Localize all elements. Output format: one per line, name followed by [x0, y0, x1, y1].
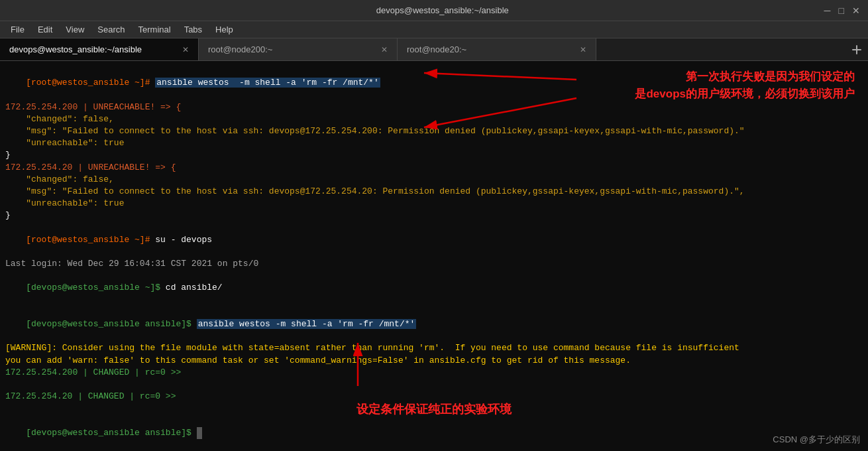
menu-help[interactable]: Help	[210, 23, 239, 36]
terminal-area[interactable]: [root@westos_ansible ~]# ansible westos …	[0, 61, 868, 451]
tab-close-2[interactable]: ✕	[381, 45, 388, 54]
maximize-button[interactable]: □	[839, 6, 844, 15]
prompt-root-1: [root@westos_ansible ~]#	[26, 78, 155, 88]
terminal-line-20: 172.25.254.20 | CHANGED | rc=0 >>	[5, 391, 863, 403]
tab-label-3: root@node20:~	[407, 44, 574, 54]
tab-bar: devops@westos_ansible:~/ansible ✕ root@n…	[0, 38, 868, 61]
terminal-line-6: }	[5, 149, 863, 161]
svg-rect-1	[852, 49, 861, 50]
menu-edit[interactable]: Edit	[32, 23, 58, 36]
terminal-line-7: 172.25.254.20 | UNREACHABLE! => {	[5, 162, 863, 174]
menu-terminal[interactable]: Terminal	[133, 23, 176, 36]
tab-label-1: devops@westos_ansible:~/ansible	[9, 44, 177, 54]
menu-bar: File Edit View Search Terminal Tabs Help	[0, 21, 868, 38]
minimize-button[interactable]: ─	[824, 6, 831, 15]
tab-root-node200[interactable]: root@node200:~ ✕	[199, 38, 398, 60]
terminal-line-17: you can add 'warn: false' to this comman…	[5, 355, 863, 367]
menu-file[interactable]: File	[5, 23, 30, 36]
menu-search[interactable]: Search	[92, 23, 130, 36]
tab-label-2: root@node200:~	[208, 44, 376, 54]
terminal-line-10: "unreachable": true	[5, 198, 863, 210]
terminal-line-8: "changed": false,	[5, 174, 863, 186]
terminal-line-3: "changed": false,	[5, 113, 863, 125]
terminal-line-9: "msg": "Failed to connect to the host vi…	[5, 186, 863, 198]
new-tab-button[interactable]	[845, 38, 868, 60]
title-bar: devops@westos_ansible:~/ansible ─ □ ✕	[0, 0, 868, 21]
terminal-line-16: [WARNING]: Consider using the file modul…	[5, 342, 863, 354]
terminal-line-18: 172.25.254.200 | CHANGED | rc=0 >>	[5, 367, 863, 379]
terminal-line-22: [devops@westos_ansible ansible]$	[5, 415, 863, 451]
window-title: devops@westos_ansible:~/ansible	[61, 5, 824, 15]
watermark: CSDN @多于少的区别	[773, 434, 860, 446]
menu-view[interactable]: View	[60, 23, 89, 36]
terminal-line-5: "unreachable": true	[5, 137, 863, 149]
terminal-line-1: [root@westos_ansible ~]# ansible westos …	[5, 65, 863, 101]
terminal-line-21	[5, 403, 863, 415]
tab-close-1[interactable]: ✕	[182, 45, 189, 54]
menu-tabs[interactable]: Tabs	[179, 23, 207, 36]
tab-close-3[interactable]: ✕	[580, 45, 586, 54]
tab-devops-ansible[interactable]: devops@westos_ansible:~/ansible ✕	[0, 38, 199, 60]
terminal-line-13: Last login: Wed Dec 29 16:04:31 CST 2021…	[5, 258, 863, 270]
window-controls: ─ □ ✕	[824, 6, 860, 15]
terminal-line-2: 172.25.254.200 | UNREACHABLE! => {	[5, 101, 863, 113]
terminal-line-15: [devops@westos_ansible ansible]$ ansible…	[5, 306, 863, 343]
terminal-line-14: [devops@westos_ansible ~]$ cd ansible/	[5, 270, 863, 306]
terminal-line-12: [root@westos_ansible ~]# su - devops	[5, 222, 863, 258]
terminal-line-19	[5, 379, 863, 391]
terminal-line-4: "msg": "Failed to connect to the host vi…	[5, 125, 863, 137]
cmd-1: ansible westos -m shell -a 'rm -fr /mnt/…	[155, 78, 380, 88]
close-button[interactable]: ✕	[852, 6, 860, 15]
cmd-2: ansible westos -m shell -a 'rm -fr /mnt/…	[197, 319, 417, 329]
terminal-line-11: }	[5, 210, 863, 222]
tab-root-node20[interactable]: root@node20:~ ✕	[398, 38, 596, 60]
